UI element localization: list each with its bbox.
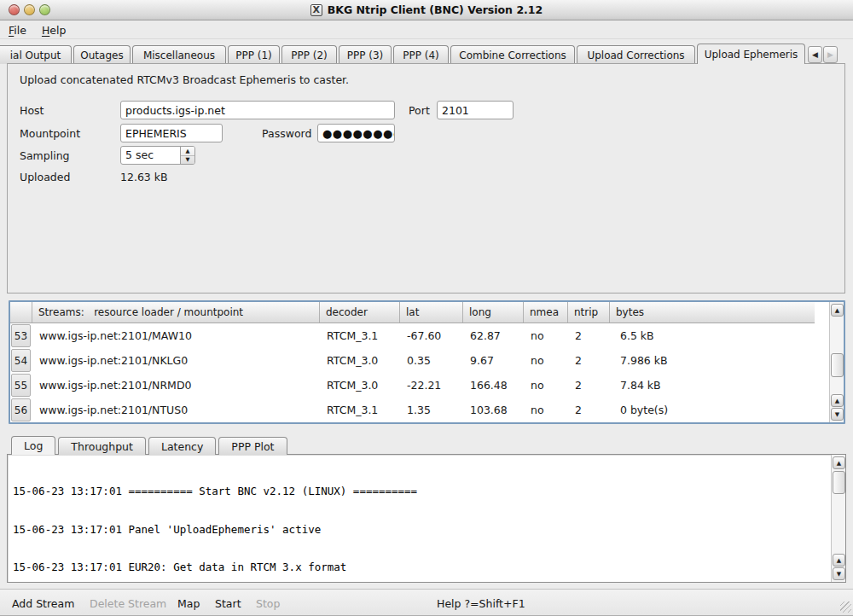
- scrollbar-thumb[interactable]: [831, 353, 844, 377]
- log-line: 15-06-23 13:17:01 Panel 'UploadEphemeris…: [13, 524, 829, 537]
- cell-decoder: RTCM_3.0: [320, 373, 400, 398]
- scroll-up-icon[interactable]: ▲: [831, 394, 844, 407]
- panel-description: Upload concatenated RTCMv3 Broadcast Eph…: [20, 73, 349, 86]
- cell-bytes: 6.5 kB: [610, 323, 815, 348]
- sampling-spinbox[interactable]: 5 sec ▲ ▼: [120, 146, 195, 165]
- mountpoint-input[interactable]: [120, 124, 223, 142]
- scroll-up-icon[interactable]: ▲: [833, 456, 845, 469]
- start-button[interactable]: Start: [215, 597, 241, 610]
- delete-stream-button[interactable]: Delete Stream: [90, 597, 166, 610]
- scrollbar-thumb[interactable]: [833, 471, 845, 494]
- header-lat[interactable]: lat: [400, 302, 463, 323]
- cell-lat: 0.35: [400, 348, 463, 373]
- row-number[interactable]: 54: [11, 349, 31, 372]
- row-number[interactable]: 56: [11, 398, 31, 421]
- minimize-button[interactable]: [24, 4, 35, 15]
- cell-decoder: RTCM_3.1: [320, 323, 400, 348]
- tab-ppp-plot[interactable]: PPP Plot: [218, 437, 287, 455]
- table-row[interactable]: 56 www.igs-ip.net:2101/NTUS0 RTCM_3.1 1.…: [10, 398, 815, 422]
- password-field[interactable]: ●●●●●●●●: [317, 124, 395, 142]
- header-decoder[interactable]: decoder: [320, 302, 400, 323]
- tab-log[interactable]: Log: [11, 436, 55, 455]
- row-number[interactable]: 53: [11, 324, 31, 347]
- header-long[interactable]: long: [463, 302, 524, 323]
- cell-nmea: no: [524, 398, 568, 422]
- tab-outages[interactable]: Outages: [73, 45, 131, 64]
- bottom-toolbar: Add Stream Delete Stream Map Start Stop …: [0, 589, 853, 616]
- cell-ntrip: 2: [568, 398, 610, 422]
- chevron-right-icon: ▶: [827, 50, 833, 59]
- add-stream-button[interactable]: Add Stream: [12, 597, 74, 610]
- row-number[interactable]: 55: [11, 374, 31, 397]
- log-viewport[interactable]: 15-06-23 13:17:01 ========== Start BNC v…: [10, 456, 829, 580]
- table-row[interactable]: 54 www.igs-ip.net:2101/NKLG0 RTCM_3.0 0.…: [10, 348, 815, 373]
- mountpoint-label: Mountpoint: [20, 127, 80, 140]
- cell-lat: -67.60: [400, 323, 463, 348]
- zoom-button[interactable]: [39, 4, 50, 15]
- menu-file[interactable]: File: [9, 24, 26, 37]
- header-nmea[interactable]: nmea: [524, 302, 568, 323]
- sampling-down-arrow-icon[interactable]: ▼: [181, 156, 194, 165]
- streams-scrollbar[interactable]: ▲ ▲ ▼: [829, 302, 844, 422]
- tab-serial-output[interactable]: ial Output: [0, 45, 72, 64]
- tab-combine-corrections[interactable]: Combine Corrections: [450, 45, 575, 64]
- log-line: 15-06-23 13:17:01 EUR20: Get data in RTC…: [13, 561, 829, 574]
- table-row[interactable]: 55 www.igs-ip.net:2101/NRMD0 RTCM_3.0 -2…: [10, 373, 815, 398]
- tab-ppp-3[interactable]: PPP (3): [339, 45, 392, 64]
- streams-table-header: Streams: resource loader / mountpoint de…: [10, 302, 815, 323]
- chevron-left-icon: ◀: [812, 50, 818, 59]
- window-title: BKG Ntrip Client (BNC) Version 2.12: [328, 3, 543, 16]
- cell-nmea: no: [524, 348, 568, 373]
- map-button[interactable]: Map: [177, 597, 200, 610]
- header-streams[interactable]: Streams: resource loader / mountpoint: [32, 302, 320, 323]
- sampling-label: Sampling: [20, 149, 70, 162]
- tab-upload-ephemeris[interactable]: Upload Ephemeris: [697, 44, 805, 64]
- upload-ephemeris-panel: Upload concatenated RTCMv3 Broadcast Eph…: [7, 63, 845, 293]
- uploaded-value: 12.63 kB: [120, 171, 168, 183]
- tab-miscellaneous[interactable]: Miscellaneous: [132, 45, 226, 64]
- streams-table: Streams: resource loader / mountpoint de…: [9, 300, 845, 424]
- scroll-down-icon[interactable]: ▼: [831, 408, 844, 421]
- cell-mountpoint: www.igs-ip.net:2101/NRMD0: [32, 373, 320, 398]
- tab-ppp-2[interactable]: PPP (2): [281, 45, 337, 64]
- cell-ntrip: 2: [568, 323, 610, 348]
- scroll-up-icon[interactable]: ▲: [833, 554, 845, 567]
- header-corner-cell[interactable]: [10, 302, 32, 323]
- menu-bar: File Help: [0, 21, 853, 39]
- scroll-up-icon[interactable]: ▲: [831, 304, 844, 317]
- cell-mountpoint: www.igs-ip.net:2101/NTUS0: [32, 398, 320, 422]
- cell-lat: 1.35: [400, 398, 463, 422]
- uploaded-label: Uploaded: [20, 171, 70, 183]
- tab-latency[interactable]: Latency: [148, 437, 216, 455]
- tab-upload-corrections[interactable]: Upload Corrections: [577, 45, 695, 64]
- cell-mountpoint: www.igs-ip.net:2101/MAW10: [32, 323, 320, 348]
- port-input[interactable]: [437, 101, 514, 119]
- tab-ppp-4[interactable]: PPP (4): [393, 45, 449, 64]
- sampling-value: 5 sec: [121, 147, 180, 164]
- cell-long: 62.87: [463, 323, 524, 348]
- menu-help[interactable]: Help: [42, 24, 67, 37]
- stop-button[interactable]: Stop: [256, 597, 280, 610]
- log-panel: 15-06-23 13:17:01 ========== Start BNC v…: [7, 454, 846, 583]
- cell-decoder: RTCM_3.1: [320, 398, 400, 422]
- tab-scroll-left-button[interactable]: ◀: [808, 46, 822, 63]
- header-ntrip[interactable]: ntrip: [568, 302, 610, 323]
- sampling-up-arrow-icon[interactable]: ▲: [181, 147, 194, 156]
- cell-bytes: 7.84 kB: [610, 373, 815, 398]
- log-scrollbar[interactable]: ▲ ▲ ▼: [831, 455, 845, 582]
- tab-ppp-1[interactable]: PPP (1): [228, 45, 280, 64]
- scroll-down-icon[interactable]: ▼: [833, 567, 845, 580]
- table-row[interactable]: 53 www.igs-ip.net:2101/MAW10 RTCM_3.1 -6…: [10, 323, 815, 348]
- host-input[interactable]: [120, 101, 395, 119]
- cell-mountpoint: www.igs-ip.net:2101/NKLG0: [32, 348, 320, 373]
- cell-bytes: 7.986 kB: [610, 348, 815, 373]
- cell-long: 9.67: [463, 348, 524, 373]
- tab-throughput[interactable]: Throughput: [58, 437, 146, 455]
- header-bytes[interactable]: bytes: [610, 302, 815, 323]
- cell-ntrip: 2: [568, 348, 610, 373]
- resize-grip-icon[interactable]: [840, 601, 851, 613]
- cell-bytes: 0 byte(s): [610, 398, 815, 422]
- help-shortcut-label: Help ?=Shift+F1: [437, 597, 525, 610]
- cell-ntrip: 2: [568, 373, 610, 398]
- close-button[interactable]: [9, 4, 20, 15]
